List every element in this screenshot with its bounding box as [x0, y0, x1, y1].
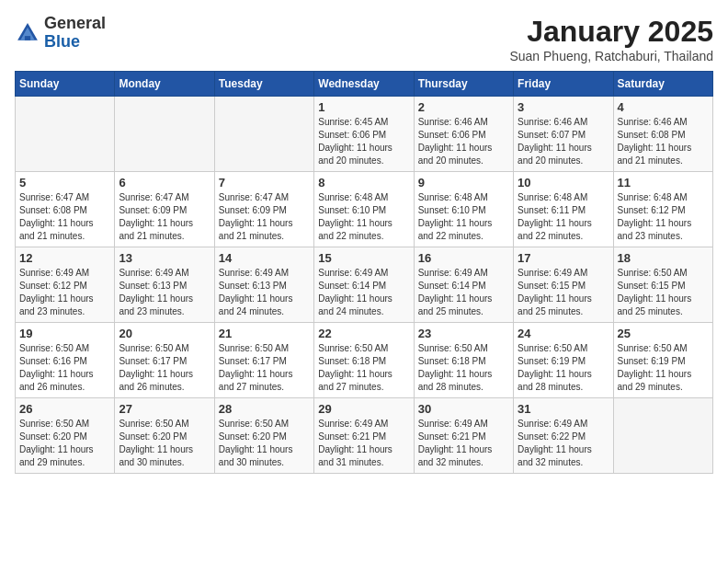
calendar-day-cell: 2Sunrise: 6:46 AM Sunset: 6:06 PM Daylig… — [414, 97, 513, 172]
day-number: 30 — [418, 402, 509, 416]
day-info: Sunrise: 6:50 AM Sunset: 6:20 PM Dayligh… — [19, 418, 110, 469]
day-info: Sunrise: 6:50 AM Sunset: 6:19 PM Dayligh… — [618, 342, 709, 394]
calendar-day-cell — [16, 97, 115, 172]
calendar-day-cell: 15Sunrise: 6:49 AM Sunset: 6:14 PM Dayli… — [314, 247, 414, 323]
day-number: 3 — [518, 100, 609, 114]
day-info: Sunrise: 6:50 AM Sunset: 6:20 PM Dayligh… — [219, 418, 310, 469]
logo: General Blue — [15, 15, 106, 52]
day-info: Sunrise: 6:49 AM Sunset: 6:14 PM Dayligh… — [318, 267, 409, 318]
day-info: Sunrise: 6:47 AM Sunset: 6:08 PM Dayligh… — [19, 191, 110, 243]
day-info: Sunrise: 6:49 AM Sunset: 6:13 PM Dayligh… — [119, 267, 210, 318]
day-number: 20 — [119, 327, 210, 340]
day-number: 15 — [318, 251, 409, 265]
weekday-header: Friday — [514, 72, 613, 97]
day-number: 16 — [418, 251, 509, 265]
day-info: Sunrise: 6:46 AM Sunset: 6:07 PM Dayligh… — [518, 116, 609, 167]
calendar-day-cell: 27Sunrise: 6:50 AM Sunset: 6:20 PM Dayli… — [115, 398, 214, 474]
calendar-day-cell: 29Sunrise: 6:49 AM Sunset: 6:21 PM Dayli… — [314, 398, 414, 474]
day-number: 21 — [219, 327, 310, 340]
day-number: 7 — [219, 176, 310, 190]
day-number: 4 — [618, 100, 709, 114]
calendar-week-row: 12Sunrise: 6:49 AM Sunset: 6:12 PM Dayli… — [16, 247, 713, 323]
calendar-day-cell: 18Sunrise: 6:50 AM Sunset: 6:15 PM Dayli… — [613, 247, 712, 323]
calendar-day-cell: 13Sunrise: 6:49 AM Sunset: 6:13 PM Dayli… — [115, 247, 214, 323]
day-info: Sunrise: 6:50 AM Sunset: 6:15 PM Dayligh… — [618, 267, 709, 318]
calendar-week-row: 26Sunrise: 6:50 AM Sunset: 6:20 PM Dayli… — [16, 398, 713, 474]
day-number: 31 — [518, 402, 609, 416]
weekday-header: Saturday — [613, 72, 712, 97]
calendar-week-row: 19Sunrise: 6:50 AM Sunset: 6:16 PM Dayli… — [16, 323, 713, 398]
day-number: 2 — [418, 100, 509, 114]
day-info: Sunrise: 6:50 AM Sunset: 6:19 PM Dayligh… — [518, 342, 609, 394]
day-info: Sunrise: 6:46 AM Sunset: 6:06 PM Dayligh… — [418, 116, 509, 167]
day-info: Sunrise: 6:50 AM Sunset: 6:17 PM Dayligh… — [219, 342, 310, 394]
calendar-day-cell: 17Sunrise: 6:49 AM Sunset: 6:15 PM Dayli… — [514, 247, 613, 323]
day-number: 27 — [119, 402, 210, 416]
calendar-day-cell: 25Sunrise: 6:50 AM Sunset: 6:19 PM Dayli… — [613, 323, 712, 398]
title-block: January 2025 Suan Phueng, Ratchaburi, Th… — [509, 15, 713, 63]
calendar-day-cell: 10Sunrise: 6:48 AM Sunset: 6:11 PM Dayli… — [514, 172, 613, 247]
calendar-day-cell: 7Sunrise: 6:47 AM Sunset: 6:09 PM Daylig… — [214, 172, 313, 247]
day-number: 18 — [618, 251, 709, 265]
day-info: Sunrise: 6:46 AM Sunset: 6:08 PM Dayligh… — [618, 116, 709, 167]
day-info: Sunrise: 6:47 AM Sunset: 6:09 PM Dayligh… — [219, 191, 310, 243]
calendar-day-cell: 11Sunrise: 6:48 AM Sunset: 6:12 PM Dayli… — [613, 172, 712, 247]
calendar-day-cell: 24Sunrise: 6:50 AM Sunset: 6:19 PM Dayli… — [514, 323, 613, 398]
logo-general-text: General — [44, 14, 106, 32]
page-header: General Blue January 2025 Suan Phueng, R… — [15, 15, 713, 63]
day-info: Sunrise: 6:49 AM Sunset: 6:21 PM Dayligh… — [318, 418, 409, 469]
calendar-day-cell: 20Sunrise: 6:50 AM Sunset: 6:17 PM Dayli… — [115, 323, 214, 398]
day-number: 10 — [518, 176, 609, 190]
weekday-header: Sunday — [16, 72, 115, 97]
day-info: Sunrise: 6:48 AM Sunset: 6:11 PM Dayligh… — [518, 191, 609, 243]
day-number: 13 — [119, 251, 210, 265]
calendar-day-cell: 5Sunrise: 6:47 AM Sunset: 6:08 PM Daylig… — [16, 172, 115, 247]
day-info: Sunrise: 6:49 AM Sunset: 6:14 PM Dayligh… — [418, 267, 509, 318]
day-number: 26 — [19, 402, 110, 416]
calendar-day-cell: 21Sunrise: 6:50 AM Sunset: 6:17 PM Dayli… — [214, 323, 313, 398]
day-number: 1 — [318, 100, 409, 114]
day-number: 12 — [19, 251, 110, 265]
calendar-day-cell: 26Sunrise: 6:50 AM Sunset: 6:20 PM Dayli… — [16, 398, 115, 474]
logo-icon — [15, 20, 40, 46]
day-info: Sunrise: 6:48 AM Sunset: 6:10 PM Dayligh… — [318, 191, 409, 243]
day-number: 5 — [19, 176, 110, 190]
day-info: Sunrise: 6:49 AM Sunset: 6:15 PM Dayligh… — [518, 267, 609, 318]
calendar-day-cell: 31Sunrise: 6:49 AM Sunset: 6:22 PM Dayli… — [514, 398, 613, 474]
day-number: 24 — [518, 327, 609, 340]
calendar-day-cell: 6Sunrise: 6:47 AM Sunset: 6:09 PM Daylig… — [115, 172, 214, 247]
calendar-day-cell: 4Sunrise: 6:46 AM Sunset: 6:08 PM Daylig… — [613, 97, 712, 172]
day-number: 19 — [19, 327, 110, 340]
day-info: Sunrise: 6:49 AM Sunset: 6:12 PM Dayligh… — [19, 267, 110, 318]
calendar-day-cell — [115, 97, 214, 172]
day-info: Sunrise: 6:50 AM Sunset: 6:17 PM Dayligh… — [119, 342, 210, 394]
day-number: 6 — [119, 176, 210, 190]
calendar-day-cell: 14Sunrise: 6:49 AM Sunset: 6:13 PM Dayli… — [214, 247, 313, 323]
calendar-day-cell: 8Sunrise: 6:48 AM Sunset: 6:10 PM Daylig… — [314, 172, 414, 247]
day-info: Sunrise: 6:49 AM Sunset: 6:21 PM Dayligh… — [418, 418, 509, 469]
calendar-day-cell: 12Sunrise: 6:49 AM Sunset: 6:12 PM Dayli… — [16, 247, 115, 323]
svg-rect-2 — [25, 36, 30, 40]
day-info: Sunrise: 6:49 AM Sunset: 6:22 PM Dayligh… — [518, 418, 609, 469]
calendar-day-cell: 19Sunrise: 6:50 AM Sunset: 6:16 PM Dayli… — [16, 323, 115, 398]
calendar-table: SundayMondayTuesdayWednesdayThursdayFrid… — [15, 71, 713, 474]
day-number: 28 — [219, 402, 310, 416]
calendar-day-cell: 30Sunrise: 6:49 AM Sunset: 6:21 PM Dayli… — [414, 398, 513, 474]
day-info: Sunrise: 6:50 AM Sunset: 6:18 PM Dayligh… — [318, 342, 409, 394]
day-number: 17 — [518, 251, 609, 265]
weekday-header: Monday — [115, 72, 214, 97]
calendar-day-cell: 28Sunrise: 6:50 AM Sunset: 6:20 PM Dayli… — [214, 398, 313, 474]
calendar-day-cell: 9Sunrise: 6:48 AM Sunset: 6:10 PM Daylig… — [414, 172, 513, 247]
day-number: 25 — [618, 327, 709, 340]
logo-blue-text: Blue — [44, 32, 80, 51]
calendar-day-cell: 22Sunrise: 6:50 AM Sunset: 6:18 PM Dayli… — [314, 323, 414, 398]
calendar-day-cell: 23Sunrise: 6:50 AM Sunset: 6:18 PM Dayli… — [414, 323, 513, 398]
calendar-day-cell: 16Sunrise: 6:49 AM Sunset: 6:14 PM Dayli… — [414, 247, 513, 323]
weekday-header: Wednesday — [314, 72, 414, 97]
calendar-week-row: 1Sunrise: 6:45 AM Sunset: 6:06 PM Daylig… — [16, 97, 713, 172]
weekday-header: Thursday — [414, 72, 513, 97]
day-number: 23 — [418, 327, 509, 340]
day-info: Sunrise: 6:50 AM Sunset: 6:18 PM Dayligh… — [418, 342, 509, 394]
location-subtitle: Suan Phueng, Ratchaburi, Thailand — [509, 49, 713, 63]
day-info: Sunrise: 6:45 AM Sunset: 6:06 PM Dayligh… — [318, 116, 409, 167]
